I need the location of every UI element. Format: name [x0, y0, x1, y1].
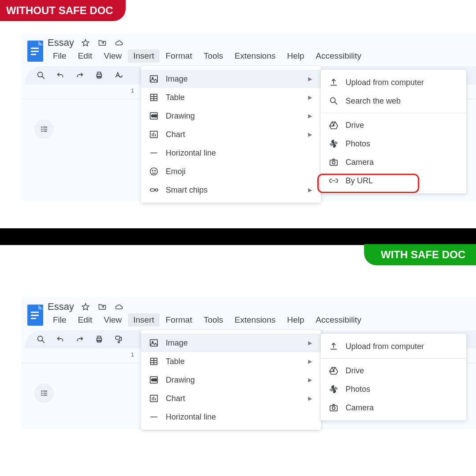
- doc-title[interactable]: Essay: [48, 37, 74, 48]
- menubar: File Edit View Insert Format Tools Exten…: [48, 48, 367, 65]
- menu-format[interactable]: Format: [160, 49, 197, 63]
- docs-logo-icon[interactable]: [27, 305, 43, 326]
- menu-divider: [321, 358, 466, 359]
- chevron-right-icon: ▶: [308, 358, 312, 364]
- menu-item-drawing[interactable]: Drawing▶: [141, 107, 321, 125]
- image-dropdown: Upload from computer Search the web Driv…: [321, 70, 466, 193]
- outline-button[interactable]: [34, 383, 54, 403]
- redo-icon[interactable]: [75, 71, 85, 80]
- chart-icon: [149, 394, 159, 403]
- menu-item-drive[interactable]: Drive: [321, 116, 466, 134]
- drawing-icon: [149, 375, 159, 385]
- menu-tools[interactable]: Tools: [198, 49, 228, 63]
- badge-without-safe-doc: WITHOUT SAFE DOC: [0, 0, 126, 21]
- menu-item-table[interactable]: Table▶: [141, 88, 321, 107]
- menu-format[interactable]: Format: [160, 313, 197, 327]
- menu-item-camera[interactable]: Camera: [321, 153, 466, 171]
- undo-icon[interactable]: [56, 335, 65, 344]
- image-icon: [149, 338, 159, 348]
- menu-item-horizontal-line[interactable]: Horizontal line: [141, 408, 321, 426]
- menu-help[interactable]: Help: [282, 49, 309, 63]
- undo-icon[interactable]: [56, 71, 65, 80]
- divider: [0, 228, 476, 245]
- chevron-right-icon: ▶: [308, 94, 312, 100]
- badge-with-safe-doc: WITH SAFE DOC: [364, 244, 476, 265]
- drawing-icon: [149, 111, 159, 121]
- menu-edit[interactable]: Edit: [73, 313, 98, 327]
- move-folder-icon[interactable]: [98, 302, 107, 311]
- menu-item-upload[interactable]: Upload from computer: [321, 73, 466, 92]
- menu-item-table[interactable]: Table▶: [141, 352, 321, 371]
- camera-icon: [329, 403, 338, 413]
- search-icon[interactable]: [36, 71, 46, 80]
- menu-insert[interactable]: Insert: [128, 313, 160, 327]
- hline-icon: [149, 148, 159, 158]
- photos-icon: [329, 384, 338, 394]
- spellcheck-icon[interactable]: [114, 71, 123, 80]
- insert-dropdown: Image▶ Table▶ Drawing▶ Chart▶ Horizontal…: [141, 66, 321, 203]
- menu-file[interactable]: File: [48, 313, 72, 327]
- upload-icon: [329, 78, 338, 87]
- link-icon: [329, 176, 338, 186]
- menu-item-horizontal-line[interactable]: Horizontal line: [141, 144, 321, 162]
- menubar: File Edit View Insert Format Tools Exten…: [48, 312, 367, 329]
- chart-icon: [149, 130, 159, 139]
- menu-insert[interactable]: Insert: [128, 49, 160, 63]
- menu-item-image[interactable]: Image▶: [141, 70, 321, 88]
- menu-item-drawing[interactable]: Drawing▶: [141, 371, 321, 389]
- menu-item-camera[interactable]: Camera: [321, 398, 466, 417]
- menu-item-photos[interactable]: Photos: [321, 134, 466, 153]
- menu-extensions[interactable]: Extensions: [229, 313, 281, 327]
- ruler-mark: 1: [131, 351, 134, 358]
- chevron-right-icon: ▶: [308, 377, 312, 383]
- menu-divider: [321, 113, 466, 113]
- cloud-status-icon[interactable]: [115, 38, 123, 47]
- camera-icon: [329, 157, 338, 167]
- paint-format-icon[interactable]: [114, 335, 123, 344]
- insert-dropdown: Image▶ Table▶ Drawing▶ Chart▶ Horizontal…: [141, 330, 321, 430]
- drive-icon: [329, 120, 338, 130]
- outline-button[interactable]: [34, 119, 54, 139]
- menu-item-chart[interactable]: Chart▶: [141, 125, 321, 144]
- menu-item-chart[interactable]: Chart▶: [141, 389, 321, 408]
- menu-item-image[interactable]: Image▶: [141, 334, 321, 352]
- image-dropdown: Upload from computer Drive Photos Camera: [321, 334, 466, 420]
- star-icon[interactable]: [81, 302, 90, 311]
- menu-item-emoji[interactable]: Emoji: [141, 162, 321, 181]
- menu-item-drive[interactable]: Drive: [321, 361, 466, 380]
- star-icon[interactable]: [81, 38, 90, 47]
- cloud-status-icon[interactable]: [115, 302, 123, 311]
- menu-item-by-url[interactable]: By URL: [321, 171, 466, 190]
- redo-icon[interactable]: [75, 335, 85, 344]
- move-folder-icon[interactable]: [98, 38, 107, 47]
- print-icon[interactable]: [94, 71, 104, 80]
- print-icon[interactable]: [94, 335, 104, 344]
- panel-without: Essay File Edit View Insert Format Tools…: [21, 33, 476, 201]
- drive-icon: [329, 366, 338, 376]
- image-icon: [149, 74, 159, 84]
- menu-extensions[interactable]: Extensions: [229, 49, 281, 63]
- menu-view[interactable]: View: [98, 313, 127, 327]
- menu-tools[interactable]: Tools: [198, 313, 228, 327]
- menu-view[interactable]: View: [98, 49, 127, 63]
- ruler-mark: 1: [131, 87, 134, 94]
- chips-icon: [149, 185, 159, 195]
- table-icon: [149, 93, 159, 102]
- menu-edit[interactable]: Edit: [73, 49, 98, 63]
- chevron-right-icon: ▶: [308, 131, 312, 138]
- titlebar: Essay File Edit View Insert Format Tools…: [21, 298, 476, 330]
- search-icon[interactable]: [36, 335, 46, 344]
- menu-item-upload[interactable]: Upload from computer: [321, 337, 466, 356]
- menu-item-search-web[interactable]: Search the web: [321, 92, 466, 110]
- docs-logo-icon[interactable]: [27, 41, 43, 62]
- menu-help[interactable]: Help: [282, 313, 309, 327]
- menu-file[interactable]: File: [48, 49, 72, 63]
- menu-item-smart-chips[interactable]: Smart chips▶: [141, 181, 321, 199]
- menu-item-photos[interactable]: Photos: [321, 380, 466, 398]
- hline-icon: [149, 412, 159, 422]
- doc-title[interactable]: Essay: [48, 301, 74, 312]
- menu-accessibility[interactable]: Accessibility: [310, 49, 366, 63]
- menu-accessibility[interactable]: Accessibility: [310, 313, 366, 327]
- search-icon: [329, 96, 338, 106]
- chevron-right-icon: ▶: [308, 76, 312, 82]
